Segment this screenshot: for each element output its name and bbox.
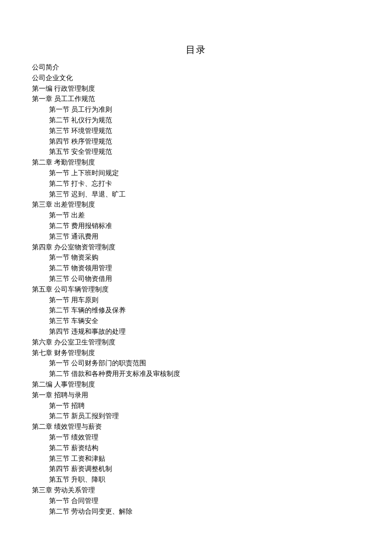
toc-entry: 第三节 通讯费用 [32,231,360,242]
toc-entry: 第一章 员工工作规范 [32,94,360,104]
toc-entry: 第二节 费用报销标准 [32,221,360,231]
toc-entry: 公司企业文化 [32,73,360,84]
toc-entry: 第五章 公司车辆管理制度 [32,284,360,295]
toc-entry: 第二节 车辆的维修及保养 [32,305,360,316]
toc-entry: 第一章 招聘与录用 [32,390,360,401]
toc-entry: 第三章 出差管理制度 [32,199,360,210]
toc-entry: 第四节 秩序管理规范 [32,136,360,147]
page-title: 目录 [32,43,360,57]
toc-entry: 第一节 用车原则 [32,295,360,306]
toc-entry: 第二节 借款和各种费用开支标准及审核制度 [32,369,360,379]
toc-entry: 第三章 劳动关系管理 [32,485,360,496]
toc-entry: 第五节 升职、降职 [32,474,360,485]
toc-entry: 第三节 公司物资借用 [32,274,360,284]
toc-entry: 第一节 物资采购 [32,252,360,263]
table-of-contents: 公司简介公司企业文化第一编 行政管理制度第一章 员工工作规范第一节 员工行为准则… [32,62,360,517]
toc-entry: 公司简介 [32,62,360,73]
toc-entry: 第四章 办公室物资管理制度 [32,242,360,253]
toc-entry: 第三节 工资和津贴 [32,454,360,464]
toc-entry: 第二节 打卡、忘打卡 [32,179,360,189]
toc-entry: 第二节 礼仪行为规范 [32,115,360,126]
toc-entry: 第一节 出差 [32,210,360,221]
toc-entry: 第二节 薪资结构 [32,443,360,454]
toc-entry: 第二章 考勤管理制度 [32,157,360,168]
toc-entry: 第四节 违规和事故的处理 [32,327,360,337]
toc-entry: 第一节 上下班时间规定 [32,168,360,179]
toc-entry: 第二节 新员工报到管理 [32,411,360,422]
toc-entry: 第一节 员工行为准则 [32,104,360,115]
toc-entry: 第一节 招聘 [32,401,360,411]
toc-entry: 第五节 安全管理规范 [32,147,360,157]
toc-entry: 第三节 车辆安全 [32,316,360,327]
toc-entry: 第二章 绩效管理与薪资 [32,422,360,432]
toc-entry: 第二编 人事管理制度 [32,379,360,390]
toc-entry: 第三节 迟到、早退、旷工 [32,189,360,200]
toc-entry: 第四节 薪资调整机制 [32,464,360,474]
toc-entry: 第一节 绩效管理 [32,432,360,443]
toc-entry: 第一节 公司财务部门的职责范围 [32,358,360,369]
toc-entry: 第三节 环境管理规范 [32,126,360,136]
toc-entry: 第一节 合同管理 [32,496,360,506]
toc-entry: 第二节 劳动合同变更、解除 [32,506,360,517]
toc-entry: 第二节 物资领用管理 [32,263,360,274]
toc-entry: 第七章 财务管理制度 [32,348,360,358]
toc-entry: 第一编 行政管理制度 [32,84,360,94]
toc-entry: 第六章 办公室卫生管理制度 [32,337,360,348]
